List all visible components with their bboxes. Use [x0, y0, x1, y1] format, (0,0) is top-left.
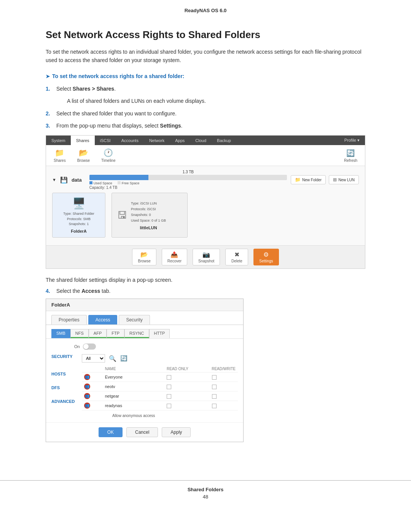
- action-delete-btn[interactable]: ✖ Delete: [225, 249, 248, 265]
- nas-folders-row: 🖥️ Type: Shared Folder Protocols: SMB Sn…: [52, 193, 359, 238]
- lun-card-name: littleLUN: [131, 225, 166, 230]
- step-4-row: 4. Select the Access tab.: [46, 288, 365, 294]
- page-header-title: ReadyNAS OS 6.0: [185, 8, 227, 13]
- proto-tab-smb[interactable]: SMB: [51, 329, 70, 338]
- action-settings-btn[interactable]: ⚙ Settings: [253, 249, 279, 265]
- user-icon-cell: 👥: [82, 391, 103, 401]
- proto-tab-ftp[interactable]: FTP: [107, 329, 124, 338]
- nav-item-cloud[interactable]: Cloud: [190, 136, 212, 145]
- nas-screenshot: System Shares iSCSI Accounts Network App…: [46, 135, 365, 269]
- lun-card-littlelun[interactable]: 🖫 Type: iSCSI LUN Protocols: iSCSI Snaps…: [112, 193, 188, 238]
- col-name-header: NAME: [103, 366, 140, 372]
- everyone-readwrite-checkbox[interactable]: [212, 375, 217, 380]
- action-settings-icon: ⚙: [263, 251, 269, 258]
- user-name-cell: readynas: [103, 401, 140, 411]
- proto-tab-afp[interactable]: AFP: [89, 329, 107, 338]
- netgear-icon: 👥: [84, 393, 90, 399]
- neotv-readonly-checkbox[interactable]: [167, 385, 171, 389]
- user-name-cell: netgear: [103, 391, 140, 401]
- toolbar-shares-btn[interactable]: 📁 Shares: [54, 148, 66, 163]
- action-recover-icon: 📤: [170, 251, 178, 258]
- volume-bar-area: 1.3 TB Used Space Free Space Capacity: 1…: [89, 170, 287, 190]
- readynas-icon: 👥: [84, 403, 90, 409]
- popup-screenshot: FolderA Properties Access Security SMB N…: [46, 299, 244, 442]
- netgear-readonly-checkbox[interactable]: [167, 394, 171, 399]
- user-name-cell: Everyone: [103, 372, 140, 382]
- volume-actions: 📁 New Folder ⊞ New LUN: [291, 175, 359, 184]
- action-snapshot-btn[interactable]: 📷 Snapshot: [193, 249, 220, 265]
- toolbar-timeline-btn[interactable]: 🕐 Timeline: [101, 148, 115, 163]
- netgear-readwrite-checkbox[interactable]: [212, 394, 217, 399]
- access-main-body: SECURITY HOSTS DFS ADVANCED All 🔍 🔄: [51, 354, 238, 418]
- nav-item-iscsi[interactable]: iSCSI: [95, 136, 116, 145]
- step-3: 3. From the pop-up menu that displays, s…: [46, 121, 365, 130]
- access-right-panel: All 🔍 🔄 NAME READ ONLY: [82, 354, 238, 418]
- apply-button[interactable]: Apply: [162, 427, 191, 437]
- on-toggle-switch[interactable]: [83, 343, 96, 350]
- refresh-icon: 🔄: [346, 149, 355, 157]
- nas-nav: System Shares iSCSI Accounts Network App…: [46, 136, 365, 145]
- table-row: 👥 netgear: [82, 391, 238, 401]
- neotv-readwrite-checkbox[interactable]: [212, 385, 217, 389]
- volume-capacity: Capacity: 1.4 TB: [89, 185, 287, 190]
- browse-icon: 📂: [79, 148, 88, 157]
- new-lun-btn[interactable]: ⊞ New LUN: [329, 175, 359, 184]
- proto-tab-http[interactable]: HTTP: [149, 329, 170, 338]
- nav-item-backup[interactable]: Backup: [212, 136, 236, 145]
- user-icon-cell: 👥: [82, 401, 103, 411]
- nav-item-accounts[interactable]: Accounts: [116, 136, 144, 145]
- folder-card-icon: 🖥️: [72, 197, 86, 209]
- tab-access[interactable]: Access: [88, 315, 118, 324]
- nav-item-apps[interactable]: Apps: [170, 136, 190, 145]
- tab-security[interactable]: Security: [119, 315, 150, 324]
- toolbar-browse-btn[interactable]: 📂 Browse: [77, 148, 90, 163]
- popup-footer: OK Cancel Apply: [46, 422, 243, 442]
- volume-expand-arrow[interactable]: ▼: [52, 177, 56, 182]
- volume-bar: [89, 175, 287, 180]
- left-access-labels: SECURITY HOSTS DFS ADVANCED: [51, 354, 78, 418]
- nav-item-network[interactable]: Network: [144, 136, 170, 145]
- everyone-readonly-checkbox[interactable]: [167, 375, 171, 380]
- cancel-button[interactable]: Cancel: [126, 427, 158, 437]
- col-readonly-header: READ ONLY: [147, 366, 191, 372]
- volume-icon: 💾: [60, 176, 68, 184]
- security-select[interactable]: All: [82, 354, 105, 363]
- new-folder-btn[interactable]: 📁 New Folder: [291, 175, 326, 184]
- anon-access-label: Allow anonymous access: [112, 414, 238, 418]
- tab-properties[interactable]: Properties: [51, 315, 87, 324]
- volume-bar-label: 1.3 TB: [89, 170, 287, 174]
- action-recover-btn[interactable]: 📤 Recover: [162, 249, 187, 265]
- search-icon[interactable]: 🔍: [109, 355, 116, 362]
- nav-item-shares[interactable]: Shares: [71, 136, 95, 145]
- lun-card-icon: 🖫: [117, 209, 127, 221]
- new-lun-icon: ⊞: [333, 177, 337, 182]
- lun-card-body: Type: iSCSI LUN Protocols: iSCSI Snapsho…: [131, 201, 166, 230]
- protocol-tabs: SMB NFS AFP FTP RSYNC HTTP: [46, 325, 243, 339]
- table-row: 👥 readynas: [82, 401, 238, 411]
- action-browse-btn[interactable]: 📂 Browse: [132, 249, 156, 265]
- nas-content: ▼ 💾 data 1.3 TB Used Space Free Space Ca…: [46, 166, 365, 245]
- folder-card-foldera[interactable]: 🖥️ Type: Shared Folder Protocols: SMB Sn…: [52, 193, 105, 238]
- nas-toolbar: 📁 Shares 📂 Browse 🕐 Timeline 🔄 Refresh: [46, 145, 365, 166]
- action-delete-icon: ✖: [234, 251, 239, 258]
- timeline-icon: 🕐: [104, 148, 113, 157]
- readynas-readonly-checkbox[interactable]: [167, 404, 171, 408]
- popup-tabs: Properties Access Security: [46, 311, 243, 325]
- nav-profile[interactable]: Profile ▾: [339, 136, 365, 145]
- nav-item-system[interactable]: System: [46, 136, 71, 145]
- page-footer: Shared Folders 48: [0, 480, 411, 503]
- volume-bar-used: [89, 175, 149, 180]
- folder-card-info: Type: Shared Folder Protocols: SMB Snaps…: [63, 211, 94, 227]
- volume-bar-legend: Used Space Free Space: [89, 181, 287, 185]
- security-row: All 🔍 🔄: [82, 354, 238, 363]
- between-text: The shared folder settings display in a …: [46, 276, 365, 284]
- toolbar-refresh-btn[interactable]: 🔄 Refresh: [344, 149, 357, 163]
- neotv-icon: 👥: [84, 383, 90, 390]
- readynas-readwrite-checkbox[interactable]: [212, 404, 217, 408]
- steps-list: 1. Select Shares > Shares. A list of sha…: [46, 85, 365, 130]
- proto-tab-nfs[interactable]: NFS: [70, 329, 89, 338]
- refresh-icon[interactable]: 🔄: [120, 355, 127, 362]
- proto-tab-rsync[interactable]: RSYNC: [124, 329, 149, 338]
- step-1: 1. Select Shares > Shares.: [46, 85, 365, 93]
- ok-button[interactable]: OK: [99, 427, 123, 437]
